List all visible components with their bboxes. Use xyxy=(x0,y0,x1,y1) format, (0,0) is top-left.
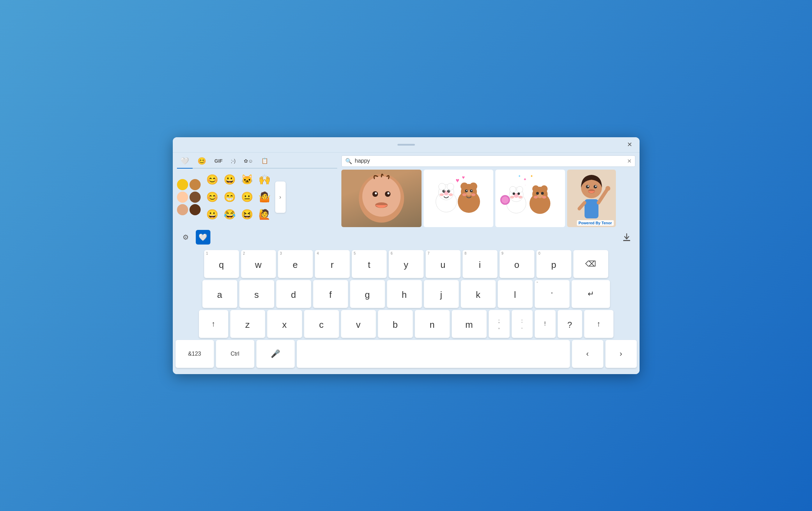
tab-bar: 🤍 😊 GIF ;-) ✿☺ 📋 xyxy=(177,155,337,169)
key-m[interactable]: m xyxy=(452,310,487,338)
tab-favorites[interactable]: 🤍 xyxy=(177,155,193,168)
tab-clipboard[interactable]: 📋 xyxy=(258,155,272,168)
key-k[interactable]: k xyxy=(461,280,496,308)
key-apostrophe[interactable]: " ' xyxy=(535,280,570,308)
svg-point-38 xyxy=(510,196,514,199)
gif-item-kid[interactable]: Powered By Tenor xyxy=(567,170,616,227)
key-shift-right[interactable]: ↑ xyxy=(584,310,613,338)
key-l[interactable]: l xyxy=(498,280,533,308)
gif-results: ♥ ♥ xyxy=(341,170,635,227)
settings-button[interactable]: ⚙ xyxy=(178,230,193,245)
svg-point-51 xyxy=(534,196,538,199)
key-d[interactable]: d xyxy=(276,280,311,308)
svg-text:✦: ✦ xyxy=(523,177,527,182)
key-c[interactable]: c xyxy=(304,310,339,338)
key-period[interactable]: :. xyxy=(512,310,533,338)
key-g[interactable]: g xyxy=(350,280,385,308)
key-e[interactable]: 3 e xyxy=(278,250,313,278)
key-x[interactable]: x xyxy=(267,310,302,338)
gif-baby-placeholder xyxy=(341,170,422,227)
key-h[interactable]: h xyxy=(387,280,422,308)
key-v[interactable]: v xyxy=(341,310,376,338)
svg-point-58 xyxy=(586,185,589,188)
key-r[interactable]: 4 r xyxy=(315,250,350,278)
tab-emoji[interactable]: 😊 xyxy=(194,155,210,168)
svg-text:·: · xyxy=(525,184,526,187)
svg-point-61 xyxy=(595,186,596,187)
key-shift-left[interactable]: ↑ xyxy=(199,310,228,338)
key-o[interactable]: 9 o xyxy=(500,250,534,278)
favorites-button[interactable]: 🤍 xyxy=(196,230,210,245)
key-comma[interactable]: ;, xyxy=(489,310,510,338)
tab-kaomoji[interactable]: ;-) xyxy=(227,155,239,168)
emoji-3[interactable]: 🙌 xyxy=(256,171,273,188)
key-p[interactable]: 0 p xyxy=(536,250,571,278)
emoji-8[interactable]: 😀 xyxy=(204,206,221,223)
swatch-yellow[interactable] xyxy=(177,179,188,190)
key-enter[interactable]: ↵ xyxy=(572,280,610,308)
search-input[interactable] xyxy=(355,158,627,164)
gif-item-bears1[interactable]: ♥ ♥ xyxy=(424,170,493,227)
close-button[interactable]: ✕ xyxy=(624,139,635,150)
tab-gif[interactable]: GIF xyxy=(211,155,226,168)
emoji-0[interactable]: 😊 xyxy=(204,171,221,188)
tab-symbols[interactable]: ✿☺ xyxy=(240,155,256,168)
svg-point-36 xyxy=(512,193,515,195)
emoji-9[interactable]: 😂 xyxy=(222,206,238,223)
swatch-tan[interactable] xyxy=(190,179,201,190)
key-question[interactable]: ? xyxy=(558,310,582,338)
key-z[interactable]: z xyxy=(230,310,265,338)
key-j[interactable]: j xyxy=(424,280,459,308)
key-a[interactable]: a xyxy=(202,280,237,308)
swatch-dark-brown[interactable] xyxy=(190,192,201,203)
key-amp123[interactable]: &123 xyxy=(176,340,214,368)
gif-item-bears2[interactable]: ✦ ✦ ✦ · xyxy=(495,170,565,227)
swatch-darkest[interactable] xyxy=(190,204,201,215)
svg-text:♥: ♥ xyxy=(456,177,459,184)
swatch-medium[interactable] xyxy=(177,204,188,215)
swatch-light[interactable] xyxy=(177,192,188,203)
svg-point-20 xyxy=(461,183,468,190)
emoji-2[interactable]: 🐱 xyxy=(239,171,256,188)
key-backspace[interactable]: ⌫ xyxy=(573,250,608,278)
svg-line-66 xyxy=(579,203,585,209)
svg-rect-68 xyxy=(623,240,630,241)
emoji-11[interactable]: 🙋 xyxy=(256,206,273,223)
svg-point-33 xyxy=(510,186,516,193)
key-y[interactable]: 6 y xyxy=(389,250,424,278)
key-q[interactable]: 1 q xyxy=(204,250,239,278)
key-t[interactable]: 5 t xyxy=(352,250,387,278)
key-b[interactable]: b xyxy=(378,310,413,338)
emoji-panel: 🤍 😊 GIF ;-) ✿☺ 📋 xyxy=(177,155,337,223)
key-n[interactable]: n xyxy=(415,310,450,338)
key-s[interactable]: s xyxy=(239,280,274,308)
key-f[interactable]: f xyxy=(313,280,348,308)
key-mic[interactable]: 🎤 xyxy=(256,340,295,368)
emoji-7[interactable]: 🤷 xyxy=(256,189,273,206)
search-clear-button[interactable]: ✕ xyxy=(627,158,632,164)
key-w[interactable]: 2 w xyxy=(241,250,276,278)
key-space[interactable] xyxy=(297,340,570,368)
emoji-1[interactable]: 😀 xyxy=(222,171,238,188)
svg-point-65 xyxy=(605,186,610,191)
emoji-10[interactable]: 😆 xyxy=(239,206,256,223)
key-arrow-left[interactable]: ‹ xyxy=(572,340,603,368)
key-arrow-right[interactable]: › xyxy=(605,340,637,368)
scroll-right-arrow[interactable]: › xyxy=(275,181,286,213)
key-ctrl[interactable]: Ctrl xyxy=(216,340,254,368)
key-i[interactable]: 8 i xyxy=(463,250,497,278)
key-u[interactable]: 7 u xyxy=(426,250,461,278)
key-exclaim[interactable]: ! xyxy=(535,310,556,338)
top-section: 🤍 😊 GIF ;-) ✿☺ 📋 xyxy=(173,153,640,227)
key-row-1: 1 q 2 w 3 e 4 r 5 t 6 y xyxy=(176,250,637,278)
svg-point-4 xyxy=(375,192,377,194)
emoji-6[interactable]: 😐 xyxy=(239,189,256,206)
emoji-5[interactable]: 😁 xyxy=(222,189,238,206)
emoji-4[interactable]: 😊 xyxy=(204,189,221,206)
svg-point-21 xyxy=(470,183,477,190)
gif-item-baby[interactable] xyxy=(341,170,422,227)
svg-point-59 xyxy=(594,185,597,188)
svg-point-52 xyxy=(542,196,546,199)
svg-point-26 xyxy=(471,190,472,191)
download-button[interactable] xyxy=(619,230,634,245)
